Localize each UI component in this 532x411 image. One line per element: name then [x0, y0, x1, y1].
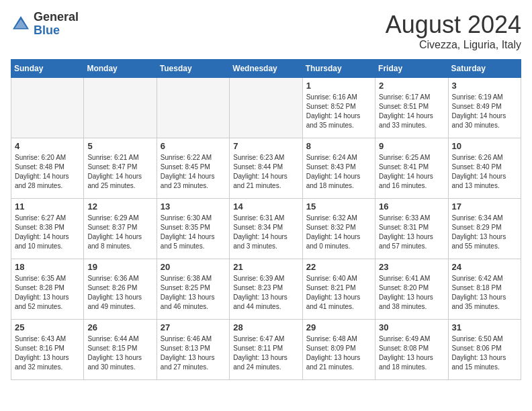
day-info: Sunrise: 6:30 AM Sunset: 8:35 PM Dayligh… — [161, 214, 226, 251]
page-header: General Blue August 2024 Civezza, Liguri… — [11, 11, 521, 51]
day-info: Sunrise: 6:32 AM Sunset: 8:32 PM Dayligh… — [306, 214, 371, 251]
day-number: 25 — [15, 322, 80, 332]
calendar-cell: 15Sunrise: 6:32 AM Sunset: 8:32 PM Dayli… — [302, 199, 375, 259]
calendar-cell — [11, 78, 84, 138]
calendar-cell: 17Sunrise: 6:34 AM Sunset: 8:29 PM Dayli… — [448, 199, 521, 259]
logo-text: General Blue — [34, 11, 79, 38]
logo-icon — [11, 14, 31, 34]
day-number: 1 — [306, 81, 371, 91]
day-number: 6 — [161, 141, 226, 151]
column-header-saturday: Saturday — [448, 60, 521, 78]
calendar-cell: 11Sunrise: 6:27 AM Sunset: 8:38 PM Dayli… — [11, 199, 84, 259]
day-info: Sunrise: 6:34 AM Sunset: 8:29 PM Dayligh… — [452, 214, 517, 251]
column-header-sunday: Sunday — [11, 60, 84, 78]
calendar-cell: 13Sunrise: 6:30 AM Sunset: 8:35 PM Dayli… — [157, 199, 229, 259]
day-info: Sunrise: 6:39 AM Sunset: 8:23 PM Dayligh… — [233, 274, 298, 312]
calendar-table: SundayMondayTuesdayWednesdayThursdayFrid… — [11, 59, 521, 380]
logo-blue-text: Blue — [34, 24, 79, 38]
day-info: Sunrise: 6:50 AM Sunset: 8:06 PM Dayligh… — [452, 334, 517, 372]
calendar-cell: 27Sunrise: 6:46 AM Sunset: 8:13 PM Dayli… — [157, 320, 229, 380]
calendar-cell: 26Sunrise: 6:44 AM Sunset: 8:15 PM Dayli… — [84, 320, 157, 380]
calendar-week-row: 25Sunrise: 6:43 AM Sunset: 8:16 PM Dayli… — [11, 320, 521, 380]
day-info: Sunrise: 6:47 AM Sunset: 8:11 PM Dayligh… — [233, 334, 298, 372]
day-info: Sunrise: 6:22 AM Sunset: 8:45 PM Dayligh… — [161, 153, 226, 191]
day-info: Sunrise: 6:21 AM Sunset: 8:47 PM Dayligh… — [87, 153, 152, 191]
calendar-cell: 2Sunrise: 6:17 AM Sunset: 8:51 PM Daylig… — [375, 78, 448, 138]
calendar-cell: 31Sunrise: 6:50 AM Sunset: 8:06 PM Dayli… — [448, 320, 521, 380]
day-number: 26 — [87, 322, 152, 332]
day-number: 17 — [452, 201, 517, 212]
day-number: 27 — [161, 322, 226, 332]
day-number: 5 — [87, 141, 152, 151]
column-header-wednesday: Wednesday — [230, 60, 302, 78]
calendar-cell: 21Sunrise: 6:39 AM Sunset: 8:23 PM Dayli… — [230, 259, 302, 320]
day-number: 19 — [87, 262, 152, 272]
day-number: 15 — [306, 201, 371, 212]
day-info: Sunrise: 6:40 AM Sunset: 8:21 PM Dayligh… — [306, 274, 371, 312]
day-info: Sunrise: 6:16 AM Sunset: 8:52 PM Dayligh… — [306, 93, 371, 130]
calendar-cell: 29Sunrise: 6:48 AM Sunset: 8:09 PM Dayli… — [302, 320, 375, 380]
calendar-week-row: 4Sunrise: 6:20 AM Sunset: 8:48 PM Daylig… — [11, 138, 521, 199]
day-info: Sunrise: 6:35 AM Sunset: 8:28 PM Dayligh… — [15, 274, 80, 312]
day-number: 16 — [379, 201, 444, 212]
column-header-thursday: Thursday — [302, 60, 375, 78]
column-header-friday: Friday — [375, 60, 448, 78]
calendar-cell — [157, 78, 229, 138]
day-info: Sunrise: 6:49 AM Sunset: 8:08 PM Dayligh… — [379, 334, 444, 372]
title-block: August 2024 Civezza, Liguria, Italy — [386, 11, 521, 51]
day-info: Sunrise: 6:33 AM Sunset: 8:31 PM Dayligh… — [379, 214, 444, 251]
day-info: Sunrise: 6:43 AM Sunset: 8:16 PM Dayligh… — [15, 334, 80, 372]
calendar-cell: 7Sunrise: 6:23 AM Sunset: 8:44 PM Daylig… — [230, 138, 302, 199]
day-number: 13 — [161, 201, 226, 212]
day-number: 9 — [379, 141, 444, 151]
day-number: 10 — [452, 141, 517, 151]
day-number: 3 — [452, 81, 517, 91]
day-info: Sunrise: 6:48 AM Sunset: 8:09 PM Dayligh… — [306, 334, 371, 372]
calendar-cell: 8Sunrise: 6:24 AM Sunset: 8:43 PM Daylig… — [302, 138, 375, 199]
day-number: 2 — [379, 81, 444, 91]
day-info: Sunrise: 6:46 AM Sunset: 8:13 PM Dayligh… — [161, 334, 226, 372]
calendar-cell: 20Sunrise: 6:38 AM Sunset: 8:25 PM Dayli… — [157, 259, 229, 320]
day-info: Sunrise: 6:29 AM Sunset: 8:37 PM Dayligh… — [87, 214, 152, 251]
calendar-cell — [84, 78, 157, 138]
day-number: 4 — [15, 141, 80, 151]
day-number: 23 — [379, 262, 444, 272]
calendar-week-row: 1Sunrise: 6:16 AM Sunset: 8:52 PM Daylig… — [11, 78, 521, 138]
calendar-cell: 30Sunrise: 6:49 AM Sunset: 8:08 PM Dayli… — [375, 320, 448, 380]
day-number: 7 — [233, 141, 298, 151]
calendar-cell: 4Sunrise: 6:20 AM Sunset: 8:48 PM Daylig… — [11, 138, 84, 199]
calendar-cell: 3Sunrise: 6:19 AM Sunset: 8:49 PM Daylig… — [448, 78, 521, 138]
day-info: Sunrise: 6:27 AM Sunset: 8:38 PM Dayligh… — [15, 214, 80, 251]
calendar-cell: 12Sunrise: 6:29 AM Sunset: 8:37 PM Dayli… — [84, 199, 157, 259]
calendar-cell: 18Sunrise: 6:35 AM Sunset: 8:28 PM Dayli… — [11, 259, 84, 320]
location: Civezza, Liguria, Italy — [386, 39, 521, 51]
day-info: Sunrise: 6:25 AM Sunset: 8:41 PM Dayligh… — [379, 153, 444, 191]
day-number: 11 — [15, 201, 80, 212]
calendar-cell: 10Sunrise: 6:26 AM Sunset: 8:40 PM Dayli… — [448, 138, 521, 199]
calendar-cell: 24Sunrise: 6:42 AM Sunset: 8:18 PM Dayli… — [448, 259, 521, 320]
day-number: 8 — [306, 141, 371, 151]
calendar-cell: 23Sunrise: 6:41 AM Sunset: 8:20 PM Dayli… — [375, 259, 448, 320]
calendar-week-row: 18Sunrise: 6:35 AM Sunset: 8:28 PM Dayli… — [11, 259, 521, 320]
day-number: 30 — [379, 322, 444, 332]
calendar-cell: 5Sunrise: 6:21 AM Sunset: 8:47 PM Daylig… — [84, 138, 157, 199]
calendar-cell: 1Sunrise: 6:16 AM Sunset: 8:52 PM Daylig… — [302, 78, 375, 138]
calendar-cell: 6Sunrise: 6:22 AM Sunset: 8:45 PM Daylig… — [157, 138, 229, 199]
day-number: 12 — [87, 201, 152, 212]
day-info: Sunrise: 6:38 AM Sunset: 8:25 PM Dayligh… — [161, 274, 226, 312]
column-header-monday: Monday — [84, 60, 157, 78]
day-number: 22 — [306, 262, 371, 272]
day-info: Sunrise: 6:19 AM Sunset: 8:49 PM Dayligh… — [452, 93, 517, 130]
day-info: Sunrise: 6:31 AM Sunset: 8:34 PM Dayligh… — [233, 214, 298, 251]
day-number: 29 — [306, 322, 371, 332]
day-info: Sunrise: 6:42 AM Sunset: 8:18 PM Dayligh… — [452, 274, 517, 312]
calendar-cell: 16Sunrise: 6:33 AM Sunset: 8:31 PM Dayli… — [375, 199, 448, 259]
calendar-cell: 14Sunrise: 6:31 AM Sunset: 8:34 PM Dayli… — [230, 199, 302, 259]
calendar-cell: 9Sunrise: 6:25 AM Sunset: 8:41 PM Daylig… — [375, 138, 448, 199]
calendar-header-row: SundayMondayTuesdayWednesdayThursdayFrid… — [11, 60, 521, 78]
day-info: Sunrise: 6:26 AM Sunset: 8:40 PM Dayligh… — [452, 153, 517, 191]
calendar-cell: 25Sunrise: 6:43 AM Sunset: 8:16 PM Dayli… — [11, 320, 84, 380]
day-info: Sunrise: 6:17 AM Sunset: 8:51 PM Dayligh… — [379, 93, 444, 130]
day-number: 28 — [233, 322, 298, 332]
day-number: 18 — [15, 262, 80, 272]
